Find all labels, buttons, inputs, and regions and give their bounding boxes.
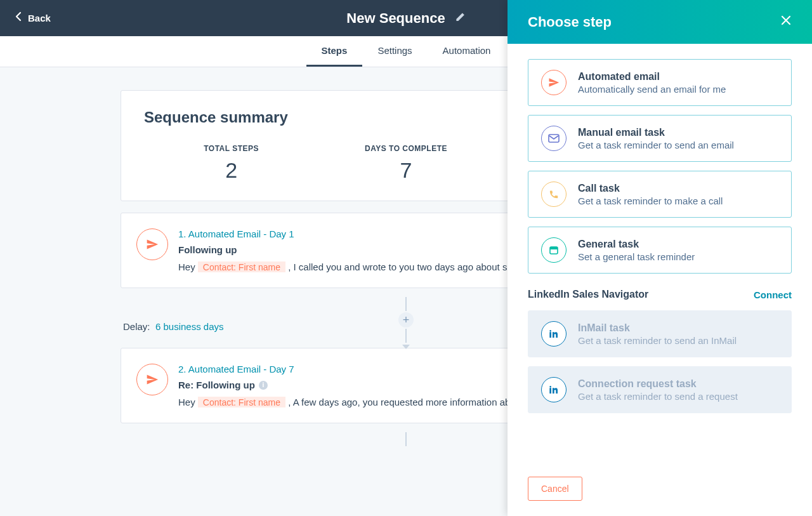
cancel-button[interactable]: Cancel bbox=[528, 477, 582, 501]
option-manual-email[interactable]: Manual email task Get a task reminder to… bbox=[528, 115, 792, 162]
close-icon[interactable] bbox=[780, 15, 792, 29]
add-step-button[interactable]: + bbox=[398, 312, 414, 327]
info-icon[interactable]: i bbox=[259, 381, 268, 390]
linkedin-section-header: LinkedIn Sales Navigator Connect bbox=[528, 289, 792, 300]
token-first-name: Contact: First name bbox=[198, 261, 285, 272]
stat-label: TOTAL STEPS bbox=[144, 144, 318, 153]
panel-title: Choose step bbox=[528, 14, 612, 30]
tab-settings[interactable]: Settings bbox=[362, 36, 427, 67]
preview-post: , I called you and wrote to you two days… bbox=[288, 261, 525, 272]
option-text: Call task Get a task reminder to make a … bbox=[578, 183, 778, 206]
option-desc: Automatically send an email for me bbox=[578, 84, 778, 95]
option-desc: Get a task reminder to send an email bbox=[578, 140, 778, 150]
stat-total-steps: TOTAL STEPS 2 bbox=[144, 144, 318, 183]
option-text: Automated email Automatically send an em… bbox=[578, 71, 778, 95]
stat-label: DAYS TO COMPLETE bbox=[318, 144, 493, 153]
option-desc: Get a task reminder to make a call bbox=[578, 195, 778, 206]
option-desc: Get a task reminder to send an InMail bbox=[578, 335, 778, 346]
option-title: Call task bbox=[578, 183, 778, 194]
option-desc: Get a task reminder to send a request bbox=[578, 391, 778, 402]
option-desc: Set a general task reminder bbox=[578, 251, 778, 262]
option-title: Connection request task bbox=[578, 378, 778, 390]
line-icon bbox=[405, 432, 407, 446]
tab-automation[interactable]: Automation bbox=[428, 36, 506, 67]
option-text: Manual email task Get a task reminder to… bbox=[578, 127, 778, 150]
linkedin-icon bbox=[541, 321, 566, 347]
chevron-left-icon bbox=[15, 11, 22, 25]
calendar-icon bbox=[541, 237, 566, 263]
connect-link[interactable]: Connect bbox=[754, 289, 792, 300]
send-icon bbox=[136, 228, 168, 260]
stat-value: 7 bbox=[318, 158, 493, 183]
option-connection-request: Connection request task Get a task remin… bbox=[528, 366, 792, 413]
phone-icon bbox=[541, 182, 566, 207]
option-title: General task bbox=[578, 239, 778, 250]
option-general-task[interactable]: General task Set a general task reminder bbox=[528, 227, 792, 274]
title-wrap: New Sequence bbox=[346, 10, 465, 27]
page-title: New Sequence bbox=[346, 10, 445, 27]
back-button[interactable]: Back bbox=[15, 11, 51, 25]
option-automated-email[interactable]: Automated email Automatically send an em… bbox=[528, 59, 792, 106]
token-first-name: Contact: First name bbox=[198, 397, 285, 407]
svg-rect-2 bbox=[550, 247, 558, 249]
stat-days: DAYS TO COMPLETE 7 bbox=[318, 144, 493, 183]
back-label: Back bbox=[28, 13, 51, 23]
linkedin-title: LinkedIn Sales Navigator bbox=[528, 289, 648, 300]
step-subject-text: Re: Following up bbox=[178, 380, 255, 390]
panel-body: Automated email Automatically send an em… bbox=[508, 44, 812, 464]
linkedin-icon bbox=[541, 377, 566, 402]
option-text: General task Set a general task reminder bbox=[578, 239, 778, 262]
edit-icon[interactable] bbox=[455, 12, 466, 25]
send-icon bbox=[136, 364, 168, 395]
preview-pre: Hey bbox=[178, 261, 198, 272]
panel-footer: Cancel bbox=[508, 464, 812, 516]
line-icon bbox=[405, 297, 407, 311]
tab-steps[interactable]: Steps bbox=[306, 36, 363, 67]
option-title: InMail task bbox=[578, 322, 778, 334]
stat-value: 2 bbox=[144, 158, 318, 183]
panel-header: Choose step bbox=[508, 0, 812, 44]
preview-post: , A few days ago, you requested more inf… bbox=[288, 397, 523, 407]
preview-pre: Hey bbox=[178, 397, 198, 407]
svg-rect-0 bbox=[549, 135, 559, 142]
option-title: Manual email task bbox=[578, 127, 778, 138]
option-text: Connection request task Get a task remin… bbox=[578, 378, 778, 402]
option-call-task[interactable]: Call task Get a task reminder to make a … bbox=[528, 171, 792, 218]
choose-step-panel: Choose step Automated email Automaticall… bbox=[508, 0, 812, 516]
option-title: Automated email bbox=[578, 71, 778, 83]
option-text: InMail task Get a task reminder to send … bbox=[578, 322, 778, 346]
arrow-down-icon bbox=[402, 340, 410, 352]
mail-icon bbox=[541, 126, 566, 151]
option-inmail-task: InMail task Get a task reminder to send … bbox=[528, 310, 792, 357]
send-icon bbox=[541, 70, 566, 95]
